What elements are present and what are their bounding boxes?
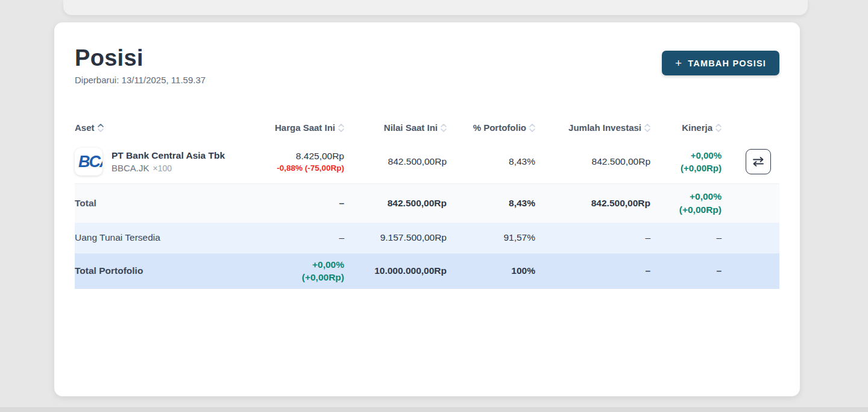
total-row: Total – 842.500,00Rp 8,43% 842.500,00Rp … [75, 184, 779, 223]
total-pct: 8,43% [447, 198, 535, 209]
header-nilai-saat-ini[interactable]: Nilai Saat Ini [344, 122, 447, 133]
total-invested: 842.500,00Rp [535, 198, 650, 209]
portfolio-label: Total Portofolio [75, 265, 254, 276]
asset-price: 8.425,00Rp [254, 151, 344, 162]
asset-logo: BCA [75, 148, 102, 176]
cash-pct: 91,57% [447, 232, 535, 243]
portfolio-price-performance: +0,00% (+0,00Rp) [254, 258, 344, 284]
page-bottom-edge [0, 407, 868, 412]
asset-price-cell: 8.425,00Rp -0,88% (-75,00Rp) [254, 151, 344, 173]
sort-icon [529, 124, 535, 132]
total-value: 842.500,00Rp [344, 198, 447, 209]
asset-invested: 842.500,00Rp [535, 156, 650, 167]
header-kinerja[interactable]: Kinerja [650, 122, 722, 133]
plus-icon: + [675, 57, 682, 69]
asset-ticker: BBCA.JK [112, 163, 149, 173]
cash-performance: – [650, 232, 722, 243]
updated-timestamp: Diperbarui: 13/11/2025, 11.59.37 [75, 75, 206, 85]
cash-invested: – [535, 232, 650, 243]
asset-price-change: -0,88% (-75,00Rp) [254, 163, 344, 173]
asset-ticker-line: BBCA.JK×100 [112, 163, 225, 173]
cash-label: Uang Tunai Tersedia [75, 232, 254, 243]
total-price: – [254, 198, 344, 209]
total-label: Total [75, 198, 254, 209]
sort-icon [715, 124, 722, 132]
asset-performance: +0,00% (+0,00Rp) [650, 149, 722, 174]
sort-icon [338, 124, 344, 132]
portfolio-pct: 100% [447, 265, 535, 276]
table-header-row: Aset Harga Saat Ini Nilai Saat Ini [75, 115, 779, 141]
add-position-button[interactable]: + TAMBAH POSISI [662, 51, 779, 75]
previous-card-bottom-edge [63, 0, 808, 15]
cash-price: – [254, 232, 344, 243]
cash-row: Uang Tunai Tersedia – 9.157.500,00Rp 91,… [75, 223, 779, 253]
asset-name: PT Bank Central Asia Tbk [112, 150, 225, 161]
asset-quantity: ×100 [153, 163, 172, 173]
header-aset[interactable]: Aset [75, 122, 254, 133]
asset-pct: 8,43% [447, 156, 535, 167]
cash-value: 9.157.500,00Rp [344, 232, 447, 243]
asset-identity: BCA PT Bank Central Asia Tbk BBCA.JK×100 [75, 148, 254, 176]
positions-card: Posisi Diperbarui: 13/11/2025, 11.59.37 … [54, 22, 800, 396]
portfolio-value: 10.000.000,00Rp [344, 265, 447, 276]
swap-arrows-icon [751, 156, 766, 167]
asset-row-bbca: BCA PT Bank Central Asia Tbk BBCA.JK×100… [75, 141, 779, 184]
sort-icon-asc-active [98, 124, 104, 132]
total-portfolio-row: Total Portofolio +0,00% (+0,00Rp) 10.000… [75, 253, 779, 289]
title-block: Posisi Diperbarui: 13/11/2025, 11.59.37 [75, 45, 206, 85]
add-position-label: TAMBAH POSISI [688, 59, 766, 68]
page-title: Posisi [75, 45, 206, 72]
portfolio-invested: – [535, 265, 650, 276]
sort-icon [441, 124, 447, 132]
header-pct-portofolio[interactable]: % Portofolio [447, 122, 535, 133]
header-jumlah-investasi[interactable]: Jumlah Investasi [535, 122, 650, 133]
asset-value: 842.500,00Rp [344, 156, 447, 167]
positions-table: Aset Harga Saat Ini Nilai Saat Ini [75, 115, 779, 289]
header-harga-saat-ini[interactable]: Harga Saat Ini [254, 122, 344, 133]
sort-icon [644, 124, 650, 132]
portfolio-performance: – [650, 265, 722, 276]
total-performance: +0,00% (+0,00Rp) [650, 190, 722, 216]
card-header: Posisi Diperbarui: 13/11/2025, 11.59.37 … [75, 45, 779, 85]
swap-transaction-button[interactable] [746, 149, 771, 174]
bca-logo-icon: BCA [78, 153, 102, 171]
